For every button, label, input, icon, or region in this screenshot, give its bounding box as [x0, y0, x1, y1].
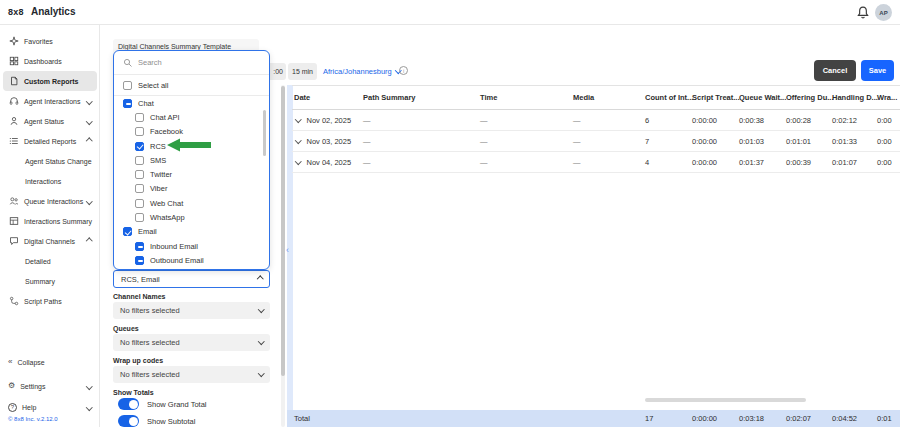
expand-row-chevron-icon[interactable] [295, 116, 301, 122]
app-title: Analytics [31, 6, 75, 17]
sidebar-item-dashboards[interactable]: Dashboards [0, 51, 100, 71]
sidebar-item-agent-status-change[interactable]: Agent Status Change [0, 151, 100, 171]
handling-cell: 0:01:33 [832, 137, 877, 146]
sidebar-item-queue-interactions[interactable]: Queue Interactions [0, 191, 100, 211]
chevron-down-icon [86, 383, 92, 389]
sidebar-item-detailed-reports[interactable]: Detailed Reports [0, 131, 100, 151]
sidebar-item-script-paths[interactable]: Script Paths [0, 291, 100, 311]
script-treat-cell: 0:00:00 [692, 158, 739, 167]
table-row[interactable]: Nov 02, 2025 — — — 6 0:00:00 0:00:38 0:0… [292, 110, 900, 131]
horizontal-scrollbar-thumb[interactable] [645, 398, 806, 402]
select-all-checkbox[interactable] [123, 81, 132, 90]
interval-chip[interactable]: 15 min [288, 63, 317, 80]
queues-value: No filters selected [120, 338, 180, 347]
checkbox[interactable] [135, 256, 144, 265]
sidebar-item-label: Summary [25, 278, 55, 285]
channel-type-select[interactable]: RCS, Email [113, 270, 270, 288]
sidebar-item-settings[interactable]: ⚙ Settings [0, 377, 100, 395]
table-row[interactable]: Nov 03, 2025 — — — 7 0:00:00 0:01:03 0:0… [292, 131, 900, 152]
select-all-option[interactable]: Select all [114, 75, 269, 96]
channel-option-inbound-email[interactable]: Inbound Email [114, 239, 269, 253]
checkbox[interactable] [135, 170, 144, 179]
checkbox[interactable] [123, 227, 132, 236]
sidebar-item-interactions[interactable]: Interactions [0, 171, 100, 191]
sidebar-item-label: Agent Status Change [25, 158, 92, 165]
search-input[interactable] [138, 58, 248, 67]
wrap-cell: 0:00 [877, 116, 900, 125]
checkbox[interactable] [135, 156, 144, 165]
custom-reports-icon [8, 76, 19, 87]
date-cell: Nov 04, 2025 [307, 158, 352, 167]
sidebar-item-help[interactable]: ? Help [0, 398, 100, 416]
checkbox[interactable] [135, 242, 144, 251]
channel-label: SMS [150, 156, 166, 165]
person-icon [8, 116, 19, 127]
expand-row-chevron-icon[interactable] [295, 158, 301, 164]
sidebar-item-label: Digital Channels [24, 238, 75, 245]
show-grand-total-label: Show Grand Total [147, 400, 206, 409]
channel-option-twitter[interactable]: Twitter [114, 167, 269, 181]
channel-option-outbound-email[interactable]: Outbound Email [114, 253, 269, 267]
channel-list: Chat Chat API Facebook RCS SMS Twitter V… [114, 96, 269, 268]
save-button[interactable]: Save [861, 60, 894, 81]
checkbox[interactable] [135, 184, 144, 193]
table-row[interactable]: Nov 04, 2025 — — — 4 0:00:00 0:01:37 0:0… [292, 152, 900, 173]
queue-wait-cell: 0:00:38 [739, 116, 786, 125]
queue-wait-cell: 0:01:03 [739, 137, 786, 146]
sidebar-item-detailed[interactable]: Detailed [0, 251, 100, 271]
cancel-button[interactable]: Cancel [814, 60, 856, 81]
channel-names-label: Channel Names [113, 293, 166, 300]
info-icon[interactable]: i [399, 66, 408, 75]
time-cell: — [480, 116, 573, 125]
sidebar-item-custom-reports[interactable]: Custom Reports [3, 71, 97, 91]
collapse-sidebar-button[interactable]: « Collapse [0, 353, 100, 371]
channel-label: Outbound Email [150, 256, 204, 265]
checkbox[interactable] [135, 142, 144, 151]
channel-option-web-chat[interactable]: Web Chat [114, 196, 269, 210]
time-cell: — [480, 137, 573, 146]
checkbox[interactable] [135, 199, 144, 208]
sidebar-item-agent-status[interactable]: Agent Status [0, 111, 100, 131]
search-icon [123, 54, 133, 72]
count-cell: 6 [645, 116, 692, 125]
collapse-icon: « [8, 358, 12, 366]
user-avatar[interactable]: AP [875, 4, 892, 21]
channel-option-chat[interactable]: Chat [114, 96, 269, 110]
settings-label: Settings [20, 383, 45, 390]
channel-option-email[interactable]: Email [114, 225, 269, 239]
channel-option-chat-api[interactable]: Chat API [114, 110, 269, 124]
channel-names-select[interactable]: No filters selected [113, 302, 270, 319]
filter-panel-scrollbar-thumb[interactable] [281, 86, 285, 376]
queues-select[interactable]: No filters selected [113, 334, 270, 351]
sidebar-item-agent-interactions[interactable]: Agent Interactions [0, 91, 100, 111]
wrap-cell: 0:00 [877, 158, 900, 167]
column-header-wrap: Wra... [877, 93, 900, 102]
dropdown-scrollbar-thumb[interactable] [263, 110, 266, 156]
checkbox[interactable] [135, 113, 144, 122]
date-cell: Nov 03, 2025 [307, 137, 352, 146]
expand-row-chevron-icon[interactable] [295, 137, 301, 143]
help-label: Help [22, 404, 36, 411]
checkbox[interactable] [123, 99, 132, 108]
sidebar-item-favorites[interactable]: Favorites [0, 31, 100, 51]
sidebar-item-digital-channels[interactable]: Digital Channels [0, 231, 100, 251]
channel-option-whatsapp[interactable]: WhatsApp [114, 210, 269, 224]
channel-option-facebook[interactable]: Facebook [114, 125, 269, 139]
collapse-panel-chevron-icon[interactable]: ‹ [286, 246, 289, 255]
sidebar-item-interactions-summary[interactable]: Interactions Summary [0, 211, 100, 231]
channel-option-viber[interactable]: Viber [114, 182, 269, 196]
chevron-up-icon [257, 276, 263, 282]
wrap-up-codes-select[interactable]: No filters selected [113, 366, 270, 383]
checkbox[interactable] [135, 213, 144, 222]
wrap-up-codes-label: Wrap up codes [113, 357, 163, 364]
show-subtotal-toggle[interactable] [118, 415, 139, 427]
timezone-selector[interactable]: Africa/Johannesburg [323, 67, 400, 76]
sidebar-item-summary[interactable]: Summary [0, 271, 100, 291]
notifications-bell-icon[interactable] [856, 5, 870, 20]
show-grand-total-toggle[interactable] [118, 398, 139, 410]
total-offering: 0:02:07 [786, 414, 832, 423]
media-cell: — [573, 158, 645, 167]
checkbox[interactable] [135, 127, 144, 136]
annotation-arrow-rcs [167, 138, 211, 156]
count-cell: 4 [645, 158, 692, 167]
